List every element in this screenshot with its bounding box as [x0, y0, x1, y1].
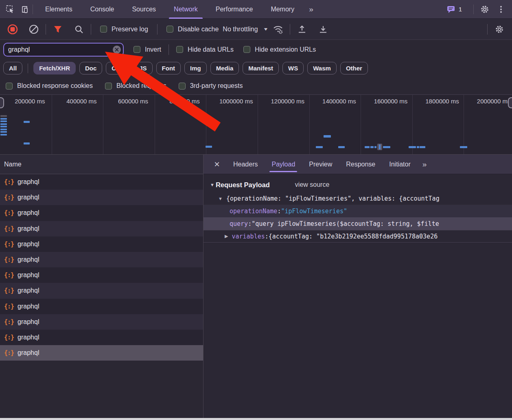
request-row[interactable]: {:}graphql [0, 345, 203, 361]
tab-memory[interactable]: Memory [262, 0, 303, 19]
filter-box [3, 43, 124, 57]
network-settings-gear-icon[interactable] [493, 23, 505, 35]
hide-extension-urls-checkbox[interactable]: Hide extension URLs [243, 46, 316, 53]
timeline-segment: 200000 ms [0, 95, 52, 154]
detail-tab-headers[interactable]: Headers [226, 155, 265, 174]
kebab-menu-icon[interactable] [494, 2, 508, 16]
timeline-request-bar [0, 123, 7, 125]
preserve-log-checkbox[interactable]: Preserve log [100, 26, 148, 33]
payload-root-node[interactable]: ▼ {operationName: "ipFlowTimeseries", va… [203, 192, 512, 205]
timeline-right-grabber[interactable] [508, 97, 512, 108]
divider [33, 4, 33, 14]
filter-chip-css[interactable]: CSS [106, 62, 130, 74]
timeline-segments: 200000 ms400000 ms600000 ms800000 ms1000… [0, 95, 512, 154]
timeline-request-bar [24, 142, 30, 144]
name-column-header[interactable]: Name [0, 155, 203, 174]
tab-network[interactable]: Network [165, 0, 207, 19]
view-source-link[interactable]: view source [295, 181, 329, 188]
timeline-request-bar [0, 118, 7, 120]
request-row[interactable]: {:}graphql [0, 283, 203, 298]
inspect-element-icon[interactable] [3, 2, 17, 16]
filter-chip-media[interactable]: Media [210, 62, 239, 74]
issues-button[interactable]: 1 [446, 5, 462, 13]
import-har-icon[interactable] [296, 23, 308, 35]
request-row[interactable]: {:}graphql [0, 205, 203, 221]
filter-chip-wasm[interactable]: Wasm [307, 62, 337, 74]
timeline-tick-label: 1600000 ms [361, 98, 412, 105]
tab-elements[interactable]: Elements [36, 0, 81, 19]
payload-root-preview: {operationName: "ipFlowTimeseries", vari… [226, 195, 440, 202]
checkbox-label: 3rd-party requests [190, 82, 243, 90]
request-row[interactable]: {:}graphql [0, 174, 203, 190]
json-braces-icon: {:} [4, 303, 14, 310]
search-icon[interactable] [73, 23, 85, 35]
timeline-request-bar [420, 146, 425, 148]
timeline-tick-label: 200000 ms [0, 98, 52, 105]
filter-chip-manifest[interactable]: Manifest [243, 62, 279, 74]
blocked-response-cookies-checkbox[interactable]: Blocked response cookies [6, 82, 93, 90]
filter-chip-other[interactable]: Other [340, 62, 368, 74]
timeline-tick-label: 800000 ms [155, 98, 206, 105]
filter-input[interactable] [3, 43, 124, 57]
request-row[interactable]: {:}graphql [0, 314, 203, 330]
filter-chip-fetchxhr[interactable]: Fetch/XHR [33, 62, 76, 74]
3rd-party-requests-checkbox[interactable]: 3rd-party requests [179, 82, 243, 90]
filter-chip-doc[interactable]: Doc [79, 62, 102, 74]
payload-operation-name-row[interactable]: operationName: "ipFlowTimeseries" [203, 205, 512, 217]
request-row[interactable]: {:}graphql [0, 190, 203, 205]
filter-chip-all[interactable]: All [3, 62, 22, 74]
filter-chip-ws[interactable]: WS [282, 62, 304, 74]
request-name: graphql [18, 225, 39, 232]
detail-tab-preview[interactable]: Preview [302, 155, 339, 174]
close-details-icon[interactable]: ✕ [211, 155, 223, 173]
json-braces-icon: {:} [4, 349, 14, 357]
filter-icon[interactable] [52, 23, 64, 35]
detail-tab-initiator[interactable]: Initiator [382, 155, 417, 174]
tab-performance[interactable]: Performance [207, 0, 262, 19]
network-main-split: Name {:}graphql{:}graphql{:}graphql{:}gr… [0, 155, 512, 418]
timeline-segment: 400000 ms [52, 95, 103, 154]
device-toolbar-icon[interactable] [17, 2, 31, 16]
payload-variables-row[interactable]: ▶ variables: {accountTag: "b12e3b2192ee5… [203, 230, 512, 243]
clear-network-log-button[interactable] [28, 23, 40, 35]
network-conditions-icon[interactable] [272, 23, 284, 35]
request-row[interactable]: {:}graphql [0, 221, 203, 236]
record-network-log-button[interactable] [7, 23, 19, 35]
filter-chip-font[interactable]: Font [156, 62, 181, 74]
key-value-separator: : [265, 233, 269, 240]
filter-chip-img[interactable]: Img [184, 62, 207, 74]
devtools-tabbar: ElementsConsoleSourcesNetworkPerformance… [0, 0, 512, 19]
key-value-separator: : [248, 220, 252, 228]
timeline-left-grabber[interactable] [0, 97, 4, 108]
timeline-segment: 1600000 ms [361, 95, 412, 154]
disable-cache-label: Disable cache [178, 26, 219, 33]
detail-tab-payload[interactable]: Payload [265, 155, 302, 174]
request-row[interactable]: {:}graphql [0, 267, 203, 283]
timeline-request-bar [24, 121, 30, 123]
clear-filter-icon[interactable] [113, 46, 121, 54]
payload-string-value: "ipFlowTimeseries" [281, 208, 347, 215]
requests-pane: Name {:}graphql{:}graphql{:}graphql{:}gr… [0, 155, 203, 418]
settings-gear-icon[interactable] [478, 2, 492, 16]
invert-checkbox[interactable]: Invert [133, 46, 161, 53]
more-tabs-icon[interactable]: » [303, 0, 318, 19]
request-row[interactable]: {:}graphql [0, 236, 203, 252]
tab-sources[interactable]: Sources [123, 0, 165, 19]
request-payload-header[interactable]: ▼ Request Payload view source [203, 177, 512, 192]
more-detail-tabs-icon[interactable]: » [418, 155, 431, 174]
export-har-icon[interactable] [317, 23, 329, 35]
request-row[interactable]: {:}graphql [0, 299, 203, 314]
blocked-requests-checkbox[interactable]: Blocked requests [105, 82, 166, 90]
hide-data-urls-checkbox[interactable]: Hide data URLs [176, 46, 234, 53]
payload-query-row-selected[interactable]: query: "query ipFlowTimeseries($accountT… [203, 217, 512, 230]
key-value-separator: : [277, 208, 281, 215]
tab-console[interactable]: Console [81, 0, 123, 19]
disable-cache-checkbox[interactable]: Disable cache [166, 26, 219, 33]
timeline-request-bar [374, 146, 376, 148]
detail-tab-response[interactable]: Response [339, 155, 382, 174]
network-overview-timeline[interactable]: 200000 ms400000 ms600000 ms800000 ms1000… [0, 94, 512, 155]
throttling-dropdown[interactable]: No throttling ▼ [223, 26, 267, 33]
request-row[interactable]: {:}graphql [0, 252, 203, 267]
request-row[interactable]: {:}graphql [0, 330, 203, 345]
filter-chip-js[interactable]: JS [133, 62, 152, 74]
